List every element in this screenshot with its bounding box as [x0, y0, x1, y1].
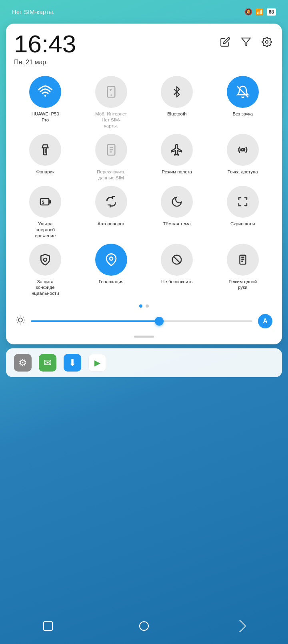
- tile-bluetooth-circle: [161, 76, 193, 108]
- battery-indicator: 68: [267, 8, 276, 16]
- tile-privacy-label: Защита конфиденциальности: [29, 279, 61, 297]
- svg-marker-0: [242, 38, 250, 46]
- page-dots: [14, 304, 274, 308]
- tile-flashlight[interactable]: Фонарик: [14, 134, 77, 181]
- svg-point-9: [242, 149, 244, 151]
- dock-download-icon[interactable]: ⬇: [64, 354, 81, 372]
- app-dock: ⚙ ✉ ⬇ ▶: [6, 348, 282, 377]
- tile-hotspot-label: Точка доступа: [228, 169, 258, 175]
- tile-ultra-power-circle: $: [29, 186, 61, 218]
- tile-airplane-circle: [161, 134, 193, 166]
- tile-hotspot-circle: [227, 134, 259, 166]
- tile-privacy[interactable]: Защита конфиденциальности: [14, 244, 77, 297]
- quick-tiles-grid: HUAWEI P50 Pro Моб. ИнтернетНет SIM-карт…: [14, 76, 274, 296]
- tile-wifi[interactable]: HUAWEI P50 Pro: [14, 76, 77, 129]
- tile-flashlight-label: Фонарик: [36, 169, 54, 175]
- tile-ultra-power-label: Ультра энергосбережение: [29, 221, 61, 239]
- tile-dark-theme[interactable]: Тёмная тема: [146, 186, 208, 239]
- filter-icon[interactable]: [239, 35, 253, 49]
- svg-point-1: [266, 41, 268, 44]
- nav-home-icon: [139, 621, 149, 631]
- tile-screenshot-circle: [227, 186, 259, 218]
- nav-recent-icon: [43, 621, 53, 631]
- drag-handle: [14, 334, 274, 338]
- clock-area: 16:43 Пн, 21 мар.: [14, 32, 274, 66]
- tile-geo-circle: [95, 244, 127, 276]
- tile-mobile-data-circle: [95, 76, 127, 108]
- bell-muted-icon: 🔕: [244, 8, 252, 16]
- brightness-slider[interactable]: [31, 320, 252, 322]
- nav-back-button[interactable]: [232, 618, 248, 634]
- tile-privacy-circle: [29, 244, 61, 276]
- svg-point-21: [18, 318, 22, 322]
- wifi-status-icon: 📶: [256, 8, 264, 16]
- status-bar: Нет SIM-карты. 🔕 📶 68: [0, 0, 288, 20]
- tile-bluetooth-label: Bluetooth: [167, 111, 187, 117]
- tile-screenshot-label: Скриншоты: [230, 221, 255, 227]
- sim-status: Нет SIM-карты.: [12, 8, 54, 15]
- brightness-auto-button[interactable]: A: [258, 314, 272, 328]
- svg-line-16: [174, 256, 181, 263]
- dock-play-icon[interactable]: ▶: [88, 354, 106, 372]
- tile-one-hand-circle: [227, 244, 259, 276]
- clock-block: 16:43 Пн, 21 мар.: [14, 32, 76, 66]
- dock-settings-icon[interactable]: ⚙: [14, 354, 32, 372]
- tile-silent[interactable]: Без звука: [212, 76, 274, 129]
- svg-point-13: [44, 258, 47, 261]
- dock-mail-icon[interactable]: ✉: [39, 354, 56, 372]
- tile-wifi-circle: [29, 76, 61, 108]
- nav-bar: [0, 612, 288, 644]
- settings-icon[interactable]: [260, 35, 274, 49]
- handle-bar: [134, 336, 154, 338]
- edit-icon[interactable]: [218, 35, 232, 49]
- tile-sim-switch[interactable]: Переключитьданные SIM: [80, 134, 143, 181]
- tile-one-hand-label: Режим однойруки: [228, 279, 257, 291]
- svg-line-29: [23, 317, 23, 318]
- tile-ultra-power[interactable]: $ Ультра энергосбережение: [14, 186, 77, 239]
- tile-silent-label: Без звука: [232, 111, 253, 117]
- tile-autorotate-circle: [95, 186, 127, 218]
- brightness-row: A: [14, 314, 274, 328]
- tile-dnd-label: Не беспокоить: [161, 279, 192, 285]
- nav-home-button[interactable]: [136, 618, 152, 634]
- nav-back-icon: [234, 620, 246, 632]
- tile-hotspot[interactable]: Точка доступа: [212, 134, 274, 181]
- tile-dark-theme-label: Тёмная тема: [163, 221, 191, 227]
- tile-geo-label: Геолокация: [99, 279, 124, 285]
- tile-silent-circle: [227, 76, 259, 108]
- svg-line-25: [23, 323, 23, 323]
- tile-autorotate[interactable]: Автоповорот: [80, 186, 143, 239]
- tile-sim-switch-circle: [95, 134, 127, 166]
- svg-point-14: [110, 257, 113, 260]
- tile-dnd-circle: [161, 244, 193, 276]
- tile-flashlight-circle: [29, 134, 61, 166]
- tile-dark-theme-circle: [161, 186, 193, 218]
- brightness-icon: [16, 315, 25, 327]
- dot-1[interactable]: [139, 304, 142, 308]
- clock-date: Пн, 21 мар.: [14, 59, 76, 66]
- tile-wifi-label: HUAWEI P50 Pro: [29, 111, 61, 123]
- svg-line-28: [17, 323, 18, 323]
- tile-mobile-data-label: Моб. ИнтернетНет SIM-карты.: [95, 111, 127, 129]
- tile-airplane-label: Режим полета: [162, 169, 192, 175]
- tile-mobile-data[interactable]: Моб. ИнтернетНет SIM-карты.: [80, 76, 143, 129]
- dot-2[interactable]: [146, 304, 149, 308]
- tile-airplane[interactable]: Режим полета: [146, 134, 208, 181]
- brightness-fill: [31, 320, 159, 322]
- tile-geo[interactable]: Геолокация: [80, 244, 143, 297]
- notification-panel: 16:43 Пн, 21 мар.: [6, 24, 282, 344]
- tile-dnd[interactable]: Не беспокоить: [146, 244, 208, 297]
- tile-sim-switch-label: Переключитьданные SIM: [97, 169, 125, 181]
- brightness-thumb: [155, 317, 164, 326]
- tile-autorotate-label: Автоповорот: [98, 221, 125, 227]
- tile-one-hand[interactable]: Режим однойруки: [212, 244, 274, 297]
- tile-bluetooth[interactable]: Bluetooth: [146, 76, 208, 129]
- svg-text:$: $: [42, 200, 44, 205]
- nav-recent-button[interactable]: [40, 618, 56, 634]
- tile-screenshot[interactable]: Скриншоты: [212, 186, 274, 239]
- clock-time: 16:43: [14, 32, 76, 56]
- header-action-icons: [218, 35, 274, 49]
- status-icons: 🔕 📶 68: [244, 8, 276, 16]
- svg-point-2: [44, 95, 46, 97]
- svg-line-24: [17, 317, 18, 318]
